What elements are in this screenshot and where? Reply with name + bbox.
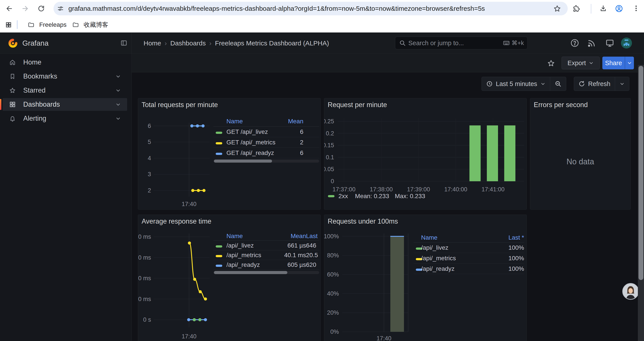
sidebar-item-starred[interactable]: Starred	[3, 84, 127, 97]
export-button[interactable]: Export	[562, 57, 600, 69]
chevron-down-icon[interactable]	[115, 74, 121, 79]
panel-title[interactable]: Errors per second	[534, 101, 588, 109]
legend-column-header[interactable]: Last *	[498, 234, 524, 241]
legend-mean: 6	[284, 128, 303, 135]
panel-average-response-time[interactable]: 80 ms60 ms40 ms20 ms0 s17:40 Average res…	[138, 215, 321, 341]
legend-hscrollbar-thumb[interactable]	[214, 271, 287, 274]
svg-text:80%: 80%	[327, 252, 339, 259]
panel-total-requests-per-minute[interactable]: 6543217:40 Total requests per minute Nam…	[138, 98, 321, 210]
search-input[interactable]: Search or jump to... ⌘+k	[395, 37, 528, 49]
legend-mean: Mean: 0.233	[355, 193, 389, 200]
scrollbar-thumb[interactable]	[638, 66, 643, 280]
panel-errors-per-second[interactable]: Errors per second No data	[530, 98, 631, 210]
legend-last: 20.5 m	[306, 252, 319, 259]
legend-name[interactable]: /api/_readyz	[421, 265, 498, 272]
svg-text:17:40: 17:40	[376, 335, 392, 341]
chevron-down-icon[interactable]	[115, 102, 121, 107]
legend-name[interactable]: /api/_livez	[421, 244, 498, 251]
bookmark-star-icon[interactable]	[553, 5, 561, 13]
zoom-out-button[interactable]	[550, 77, 566, 91]
breadcrumb-dashboards[interactable]: Dashboards	[170, 40, 206, 47]
member-avatar[interactable]	[622, 283, 639, 300]
legend-hscrollbar[interactable]	[214, 160, 319, 163]
chevron-down-icon	[540, 81, 546, 87]
sidebar-divider	[132, 33, 132, 341]
legend-last: 100%	[498, 265, 524, 272]
forward-icon[interactable]	[21, 5, 29, 12]
legend-hscrollbar[interactable]	[214, 271, 319, 274]
share-label[interactable]: Share	[602, 57, 625, 69]
legend-column-header[interactable]: Name	[421, 234, 498, 241]
refresh-interval-button[interactable]	[615, 77, 629, 91]
reload-icon[interactable]	[38, 5, 45, 12]
address-bar[interactable]: grafana.mathmast.com/d/deytv4rwavabkb/fr…	[54, 2, 568, 15]
green-series-swatch	[216, 132, 222, 134]
legend-row: GET /api/_metrics2	[214, 137, 319, 148]
dashboard-subheader: Export Share	[132, 54, 644, 72]
profile-icon[interactable]	[615, 5, 623, 13]
breadcrumb-current[interactable]: Freeleaps Metrics Dashboard (ALPHA)	[215, 40, 329, 47]
extensions-icon[interactable]	[572, 5, 580, 12]
legend-name[interactable]: /api/_readyz	[226, 261, 278, 268]
sidebar-item-dashboards[interactable]: Dashboards	[3, 98, 127, 111]
legend-hscrollbar-thumb[interactable]	[214, 160, 272, 163]
search-placeholder: Search or jump to...	[408, 40, 503, 47]
legend-column-header[interactable]: Name	[226, 233, 278, 240]
zoom-out-icon	[554, 80, 562, 87]
help-icon[interactable]	[570, 38, 579, 48]
legend-column-header[interactable]: Mean	[278, 233, 306, 240]
sidebar-item-bookmarks[interactable]: Bookmarks	[3, 70, 127, 83]
chevron-down-icon[interactable]	[115, 116, 121, 121]
bookmark-folder-blogs[interactable]: 收藏博客	[72, 17, 108, 33]
breadcrumb-home[interactable]: Home	[144, 40, 161, 47]
bell-icon	[9, 115, 16, 122]
svg-text:5: 5	[148, 139, 151, 145]
sidebar-item-home[interactable]: Home	[3, 56, 127, 69]
grafana-logo[interactable]	[8, 37, 18, 49]
panel-title[interactable]: Total requests per minute	[142, 101, 218, 109]
legend-column-header[interactable]: Name	[226, 118, 284, 125]
legend-column-header[interactable]: Last *	[306, 233, 319, 240]
time-range-picker[interactable]: Last 5 minutes	[482, 77, 550, 91]
site-settings-icon[interactable]	[57, 5, 64, 12]
share-button[interactable]: Share	[602, 57, 634, 69]
legend-name[interactable]: GET /api/_readyz	[226, 149, 284, 156]
user-avatar[interactable]	[621, 38, 632, 49]
legend-last: 646	[306, 242, 319, 249]
svg-text:0.15: 0.15	[324, 142, 334, 149]
svg-text:17:38:00: 17:38:00	[370, 186, 393, 193]
panel-requests-under-100ms[interactable]: 100%80%60%40%20%0%17:40 Requests under 1…	[324, 215, 527, 341]
sidebar-toggle-icon[interactable]	[120, 40, 127, 47]
back-icon[interactable]	[6, 5, 13, 12]
apps-grid-icon[interactable]	[5, 22, 12, 28]
legend-row: GET /api/_readyz6	[214, 148, 319, 158]
legend-row-2xx[interactable]: 2xx Mean: 0.233 Max: 0.233	[328, 193, 425, 200]
panel-request-per-minute[interactable]: 0.250.20.150.10.05017:37:0017:38:0017:39…	[324, 98, 527, 210]
news-rss-icon[interactable]	[587, 38, 596, 48]
refresh-button[interactable]: Refresh	[574, 77, 615, 91]
legend-table: NameMeanGET /api/_livez6GET /api/_metric…	[214, 116, 319, 163]
legend-name[interactable]: /api/_metrics	[421, 255, 498, 262]
panel-title[interactable]: Requests under 100ms	[328, 217, 398, 225]
legend-name[interactable]: /api/_metrics	[226, 252, 278, 259]
panel-title[interactable]: Average response time	[142, 217, 211, 225]
legend-name[interactable]: GET /api/_metrics	[226, 139, 284, 146]
browser-menu-icon[interactable]	[632, 5, 640, 12]
svg-text:17:40: 17:40	[182, 201, 196, 207]
share-menu-button[interactable]	[625, 57, 634, 69]
legend-name[interactable]: GET /api/_livez	[226, 128, 284, 135]
sidebar-item-alerting[interactable]: Alerting	[3, 112, 127, 125]
downloads-icon[interactable]	[600, 5, 607, 12]
url-text[interactable]: grafana.mathmast.com/d/deytv4rwavabkb/fr…	[68, 2, 550, 15]
display-icon[interactable]	[605, 38, 614, 48]
legend-series-name[interactable]: 2xx	[338, 193, 348, 200]
legend-column-header[interactable]: Mean	[284, 118, 303, 125]
legend-name[interactable]: /api/_livez	[226, 242, 278, 249]
favorite-star-icon[interactable]	[547, 59, 555, 67]
sidebar-label: Starred	[23, 87, 46, 94]
panel-title[interactable]: Request per minute	[328, 101, 387, 109]
chevron-down-icon[interactable]	[115, 88, 121, 93]
bookmark-folder-freeleaps[interactable]: Freeleaps	[28, 17, 67, 33]
svg-text:0.2: 0.2	[326, 130, 334, 137]
page-scrollbar[interactable]	[638, 65, 644, 341]
